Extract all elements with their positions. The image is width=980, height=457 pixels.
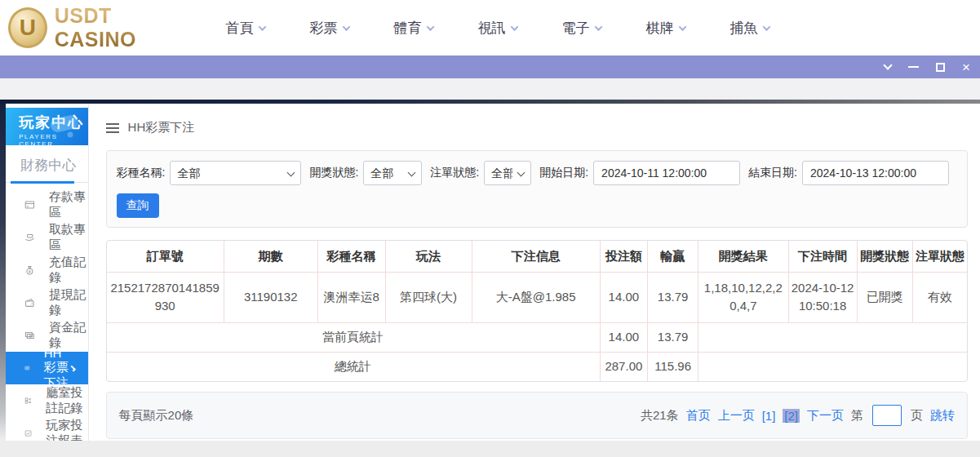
nav-label: 電子 — [562, 19, 590, 38]
wallet-icon — [24, 296, 35, 309]
col-order-no: 訂單號 — [107, 241, 224, 272]
summary-bet-total: 287.00 — [600, 352, 648, 381]
hamburger-menu-icon[interactable] — [106, 127, 119, 129]
sidebar-item-recharge-records[interactable]: 充值記錄 — [6, 254, 87, 286]
nav-label: 棋牌 — [646, 19, 674, 38]
page-size-text: 每頁顯示20條 — [119, 408, 194, 424]
sidebar-item-hall-bet-records[interactable]: 廳室投註記錄 — [6, 384, 87, 417]
draw-status-label: 開獎狀態: — [309, 166, 358, 180]
nav-label: 彩票 — [310, 19, 338, 38]
nav-label: 首頁 — [226, 19, 254, 38]
end-date-label: 結束日期: — [748, 166, 797, 180]
nav-label: 體育 — [394, 19, 422, 38]
sidebar-item-hh-lottery-bets[interactable]: HH彩票下注 — [6, 352, 87, 384]
maximize-button[interactable] — [936, 63, 945, 72]
summary-bet-total: 14.00 — [600, 322, 648, 352]
sidebar-item-withdrawal-records[interactable]: 提現記錄 — [6, 286, 87, 319]
collapse-chevron-button[interactable] — [883, 60, 892, 69]
close-icon[interactable]: × — [962, 63, 970, 72]
cell-order-status: 有效 — [913, 272, 967, 322]
sidebar-item-player-bet-report[interactable]: 玩家投注報表 — [6, 417, 87, 441]
sidebar: 玩家中心 PLAYERS CENTER 財務中心 存款專區 — [6, 104, 88, 441]
nav-item-live[interactable]: 視訊 — [455, 19, 539, 38]
nav-item-sports[interactable]: 體育 — [371, 19, 455, 38]
window-top-margin — [0, 78, 980, 100]
jump-prefix-label: 第 — [851, 408, 863, 424]
sidebar-item-withdraw[interactable]: 取款專區 — [6, 221, 87, 254]
order-status-select[interactable]: 全部 — [484, 161, 531, 185]
brand-name: USDT CASINO — [55, 4, 192, 51]
chevron-down-icon — [342, 23, 350, 31]
cell-issue: 31190132 — [224, 272, 317, 322]
table-row: 2152172870141859930 31190132 澳洲幸运8 第四球(大… — [107, 272, 967, 322]
sidebar-item-deposit[interactable]: 存款專區 — [6, 189, 87, 221]
summary-empty — [698, 322, 967, 352]
lottery-name-select-wrap: 全部 — [170, 161, 301, 185]
start-date-label: 開始日期: — [539, 166, 588, 180]
jump-button[interactable]: 跳转 — [930, 408, 955, 424]
banknotes-icon — [24, 329, 35, 342]
start-date-input[interactable] — [593, 161, 740, 185]
sidebar-item-label: 取款專區 — [49, 222, 88, 253]
first-page-link[interactable]: 首页 — [686, 408, 711, 424]
summary-label: 當前頁統計 — [107, 322, 601, 352]
total-count-text: 共21条 — [641, 408, 679, 424]
prev-page-link[interactable]: 上一页 — [718, 408, 755, 424]
col-bet-amount: 投注額 — [600, 241, 648, 272]
lottery-name-select[interactable]: 全部 — [170, 161, 301, 185]
sidebar-item-label: HH彩票下注 — [44, 346, 72, 391]
summary-win-loss: 115.96 — [648, 352, 698, 381]
cell-draw-result: 1,18,10,12,2,20,4,7 — [698, 272, 789, 322]
order-status-select-wrap: 全部 — [484, 161, 531, 185]
chevron-down-icon — [762, 23, 770, 31]
report-chart-icon — [24, 427, 32, 440]
nav-item-boardgames[interactable]: 棋牌 — [623, 19, 707, 38]
lottery-ticket-icon — [24, 362, 30, 375]
order-status-label: 注單狀態: — [430, 166, 479, 180]
chevron-down-icon — [510, 23, 518, 31]
main-menu: 首頁 彩票 體育 視訊 電子 棋牌 捕魚 — [203, 19, 792, 38]
page-2-link-current[interactable]: [2] — [783, 409, 800, 423]
cell-bet-info: 大-A盤@1.985 — [472, 272, 600, 322]
end-date-input[interactable] — [802, 161, 949, 185]
nav-item-fishing[interactable]: 捕魚 — [707, 19, 792, 38]
nav-item-lottery[interactable]: 彩票 — [287, 19, 371, 38]
next-page-link[interactable]: 下一页 — [807, 408, 844, 424]
col-issue: 期數 — [224, 241, 317, 272]
col-lottery-name: 彩種名稱 — [317, 241, 385, 272]
chevron-down-icon — [678, 23, 686, 31]
withdraw-hand-icon — [24, 231, 35, 244]
page-1-link[interactable]: [1] — [762, 409, 776, 423]
grand-total-summary-row: 總統計 287.00 115.96 — [107, 352, 967, 381]
cell-lottery-name: 澳洲幸运8 — [317, 272, 385, 322]
brand-logo[interactable]: U USDT CASINO — [8, 4, 192, 51]
sidebar-item-label: 提現記錄 — [49, 287, 88, 318]
col-bet-info: 下注信息 — [472, 241, 600, 272]
bets-table-panel: 訂單號 期數 彩種名稱 玩法 下注信息 投注額 輸贏 開獎結果 下注時間 開獎狀… — [106, 240, 968, 382]
filter-panel: 彩種名稱: 全部 開獎狀態: 全部 注單狀態: 全部 — [106, 150, 968, 228]
minimize-button[interactable] — [908, 66, 919, 68]
nav-item-home[interactable]: 首頁 — [203, 19, 287, 38]
gamepad-icon — [46, 112, 83, 140]
window-body: 玩家中心 PLAYERS CENTER 財務中心 存款專區 — [0, 104, 980, 441]
cell-win-loss: 13.79 — [648, 272, 698, 322]
jump-page-input[interactable] — [872, 405, 902, 426]
cell-bet-amount: 14.00 — [600, 272, 648, 322]
col-bet-time: 下注時間 — [788, 241, 857, 272]
summary-win-loss: 13.79 — [648, 322, 698, 352]
nav-item-slots[interactable]: 電子 — [539, 19, 623, 38]
col-draw-status: 開獎狀態 — [857, 241, 913, 272]
search-button[interactable]: 查詢 — [117, 193, 159, 218]
sidebar-item-label: 存款專區 — [49, 189, 88, 220]
pagination-bar: 每頁顯示20條 共21条 首页 上一页 [1] [2] 下一页 第 页 跳转 — [106, 392, 968, 439]
cell-draw-status: 已開獎 — [857, 272, 913, 322]
chevron-down-icon — [594, 23, 602, 31]
nav-label: 捕魚 — [730, 19, 758, 38]
money-bag-icon — [24, 264, 35, 277]
page-title: HH彩票下注 — [128, 120, 195, 135]
lottery-name-label: 彩種名稱: — [117, 166, 166, 180]
sidebar-item-label: 廳室投註記錄 — [46, 385, 87, 416]
hall-records-icon — [24, 394, 32, 407]
window-bottom-margin — [0, 441, 980, 457]
draw-status-select[interactable]: 全部 — [363, 161, 422, 185]
